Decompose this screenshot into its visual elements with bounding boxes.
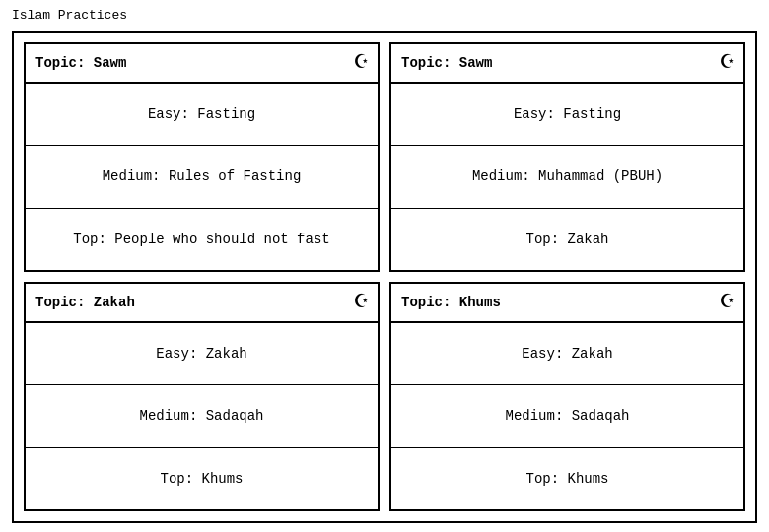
card-4-topic: Topic: Khums xyxy=(401,295,501,310)
card-2-easy-row: Easy: Fasting xyxy=(391,84,743,146)
card-1-header: Topic: Sawm ☪ xyxy=(26,44,378,84)
card-4-header: Topic: Khums ☪ xyxy=(391,284,743,323)
card-3-crescent-icon: ☪ xyxy=(355,292,368,313)
card-1-top-row: Top: People who should not fast xyxy=(26,209,378,270)
card-3-topic: Topic: Zakah xyxy=(35,295,135,310)
card-1-medium-row: Medium: Rules of Fasting xyxy=(26,146,378,208)
card-2-header: Topic: Sawm ☪ xyxy=(391,44,743,84)
card-4-easy-row: Easy: Zakah xyxy=(391,323,743,385)
card-2-topic: Topic: Sawm xyxy=(401,55,492,71)
card-1: Topic: Sawm ☪ Easy: Fasting Medium: Rule… xyxy=(24,42,380,272)
card-2-medium-row: Medium: Muhammad (PBUH) xyxy=(391,146,743,208)
card-4-top-row: Top: Khums xyxy=(391,448,743,509)
card-3-header: Topic: Zakah ☪ xyxy=(26,284,378,323)
outer-border: Topic: Sawm ☪ Easy: Fasting Medium: Rule… xyxy=(12,31,757,523)
card-1-topic: Topic: Sawm xyxy=(35,55,126,71)
card-1-crescent-icon: ☪ xyxy=(355,52,368,74)
card-4-crescent-icon: ☪ xyxy=(721,292,734,313)
card-4-medium-row: Medium: Sadaqah xyxy=(391,385,743,447)
card-2-top-row: Top: Zakah xyxy=(391,209,743,270)
card-4: Topic: Khums ☪ Easy: Zakah Medium: Sadaq… xyxy=(389,282,745,511)
card-3-easy-row: Easy: Zakah xyxy=(26,323,378,385)
card-1-easy-row: Easy: Fasting xyxy=(26,84,378,146)
card-3-medium-row: Medium: Sadaqah xyxy=(26,385,378,447)
card-3-top-row: Top: Khums xyxy=(26,448,378,509)
page-title: Islam Practices xyxy=(12,8,757,23)
card-2-crescent-icon: ☪ xyxy=(721,52,734,74)
card-2: Topic: Sawm ☪ Easy: Fasting Medium: Muha… xyxy=(389,42,745,272)
card-3: Topic: Zakah ☪ Easy: Zakah Medium: Sadaq… xyxy=(24,282,380,511)
